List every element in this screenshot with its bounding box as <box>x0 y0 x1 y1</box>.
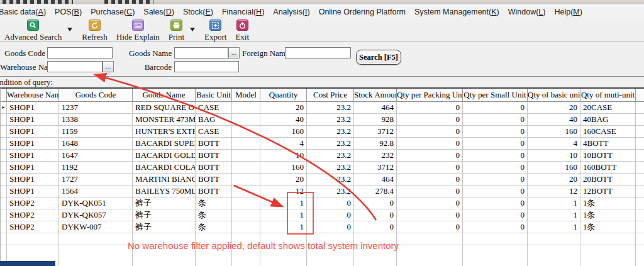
column-header-basic-unit[interactable]: Basic Unit <box>196 89 232 102</box>
refresh-button[interactable]: Refresh <box>77 19 111 42</box>
table-cell[interactable]: 3712 <box>354 162 397 174</box>
column-header-warehouse-name[interactable]: Warehouse Name <box>7 89 59 102</box>
table-cell[interactable]: 10 <box>528 150 580 162</box>
table-cell[interactable]: 1 <box>528 221 580 233</box>
table-cell[interactable] <box>636 150 644 162</box>
table-cell[interactable]: 1192 <box>59 162 133 174</box>
table-cell[interactable]: DYKW-007 <box>59 221 133 233</box>
table-cell[interactable]: 40BAG <box>580 114 636 126</box>
table-cell[interactable] <box>636 186 644 197</box>
table-cell[interactable]: DYK-QK057 <box>59 209 133 221</box>
exit-button[interactable]: Exit <box>231 19 253 42</box>
table-cell[interactable]: 464 <box>354 174 397 186</box>
table-cell[interactable]: 23.2 <box>307 126 354 138</box>
column-header-model[interactable]: Model <box>232 89 260 102</box>
table-cell[interactable]: CASE <box>196 102 232 114</box>
menu-item-financial[interactable]: Financial(H) <box>218 8 269 16</box>
table-cell[interactable]: 160 <box>260 162 307 174</box>
row-selector-cell[interactable] <box>1 209 7 221</box>
table-cell[interactable]: 0 <box>397 150 463 162</box>
row-selector-cell[interactable] <box>1 221 7 233</box>
table-cell[interactable]: 0 <box>463 150 528 162</box>
table-cell[interactable]: 1条 <box>580 197 636 209</box>
table-cell[interactable] <box>232 186 260 197</box>
table-cell[interactable]: 4 <box>528 138 580 150</box>
table-row[interactable]: SHOP11648BACARDI SUPERIOBOTT423.292.8004… <box>1 138 644 150</box>
table-cell[interactable]: 12BOTT <box>580 186 636 197</box>
table-cell[interactable]: BOTT <box>196 186 232 197</box>
table-cell[interactable]: SHOP2 <box>7 209 59 221</box>
table-cell[interactable]: 160CASE <box>580 126 636 138</box>
table-cell[interactable]: 23.2 <box>307 138 354 150</box>
goods-name-browse-button[interactable]: ... <box>228 47 240 58</box>
table-cell[interactable]: 0 <box>397 102 463 114</box>
table-cell[interactable]: 0 <box>463 126 528 138</box>
table-cell[interactable]: 23.2 <box>307 162 354 174</box>
row-selector-cell[interactable] <box>1 197 7 209</box>
table-cell[interactable]: 0 <box>397 138 463 150</box>
table-cell[interactable]: MARTINI BIANCO <box>133 174 196 186</box>
table-cell[interactable]: 1338 <box>59 114 133 126</box>
row-selector-cell[interactable] <box>1 174 7 186</box>
table-cell[interactable] <box>232 209 260 221</box>
table-cell[interactable]: 10BOTT <box>580 150 636 162</box>
table-cell[interactable] <box>636 114 644 126</box>
print-button[interactable]: Print <box>164 19 189 42</box>
column-header-qty-per-packing-unit[interactable]: Qty per Packing Unit <box>397 89 463 102</box>
row-selector-cell[interactable] <box>1 138 7 150</box>
table-cell[interactable]: 0 <box>354 197 397 209</box>
table-cell[interactable] <box>636 126 644 138</box>
table-cell[interactable] <box>232 102 260 114</box>
table-cell[interactable] <box>232 174 260 186</box>
table-cell[interactable]: 23.2 <box>307 174 354 186</box>
table-cell[interactable]: 裤子 <box>133 209 196 221</box>
table-cell[interactable] <box>232 114 260 126</box>
table-cell[interactable]: 23.2 <box>307 114 354 126</box>
table-cell[interactable]: 0 <box>397 221 463 233</box>
table-cell[interactable] <box>636 174 644 186</box>
table-cell[interactable]: 160 <box>260 126 307 138</box>
table-row[interactable]: SHOP2DYK-QK057裤子条1000011条 <box>1 209 644 221</box>
table-cell[interactable]: 232 <box>354 150 397 162</box>
table-cell[interactable]: BACARDI GOLD 750 <box>133 150 196 162</box>
table-cell[interactable]: SHOP2 <box>7 221 59 233</box>
table-cell[interactable]: SHOP1 <box>7 138 59 150</box>
table-cell[interactable]: SHOP1 <box>7 150 59 162</box>
row-selector-cell[interactable] <box>1 150 7 162</box>
table-cell[interactable]: 0 <box>397 174 463 186</box>
table-cell[interactable]: SHOP2 <box>7 197 59 209</box>
column-header-qty-of-muti-unit[interactable]: Qty of muti-unit <box>580 89 636 102</box>
table-cell[interactable]: 1727 <box>59 174 133 186</box>
table-cell[interactable]: 裤子 <box>133 221 196 233</box>
table-cell[interactable]: 0 <box>463 162 528 174</box>
column-header-qty-of-basic-unit[interactable]: Qty of basic unit <box>528 89 580 102</box>
row-selector-cell[interactable]: ▸ <box>1 102 7 114</box>
table-cell[interactable]: BACARDI COLA CA <box>133 162 196 174</box>
table-cell[interactable]: 1648 <box>59 138 133 150</box>
table-cell[interactable]: 3712 <box>354 126 397 138</box>
table-cell[interactable] <box>636 102 644 114</box>
table-cell[interactable]: 0 <box>307 221 354 233</box>
table-cell[interactable]: DYK-QK051 <box>59 197 133 209</box>
table-cell[interactable]: BOTT <box>196 162 232 174</box>
table-cell[interactable]: 40 <box>260 114 307 126</box>
table-cell[interactable] <box>636 162 644 174</box>
chevron-down-icon[interactable] <box>190 28 195 31</box>
table-cell[interactable]: 20 <box>528 102 580 114</box>
table-row[interactable]: ▸SHOP11237RED SQUARE ORANCASE2023.246400… <box>1 102 644 114</box>
table-cell[interactable]: 20 <box>528 174 580 186</box>
table-cell[interactable]: SHOP1 <box>7 162 59 174</box>
table-cell[interactable] <box>232 126 260 138</box>
table-cell[interactable]: 0 <box>397 186 463 197</box>
table-cell[interactable]: 0 <box>397 197 463 209</box>
table-cell[interactable]: 160 <box>528 126 580 138</box>
table-row[interactable]: SHOP2DYKW-007裤子条1000011条 <box>1 221 644 233</box>
table-cell[interactable]: 20CASE <box>580 102 636 114</box>
menu-item-stock[interactable]: Stock(E) <box>179 8 218 16</box>
barcode-input[interactable] <box>174 61 239 72</box>
row-selector-cell[interactable] <box>1 186 7 197</box>
menu-item-system-management[interactable]: System Management(K) <box>410 8 504 16</box>
table-cell[interactable]: 12 <box>528 186 580 197</box>
table-cell[interactable]: 0 <box>397 162 463 174</box>
search-button[interactable]: Search [F5] <box>356 50 401 65</box>
